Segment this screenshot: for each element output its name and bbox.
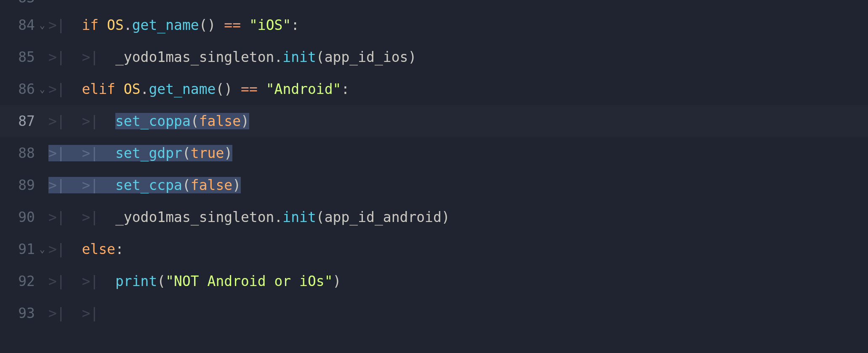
code-token: ( [157,273,165,289]
code-token [258,81,266,97]
indent-whitespace: >| [82,209,115,225]
code-content[interactable]: >| >| _yodo1mas_singleton.init(app_id_io… [48,46,416,69]
code-line[interactable]: 86⌄>| elif OS.get_name() == "Android": [0,73,868,105]
indent-whitespace: >| [82,49,115,65]
code-content[interactable]: >| >| set_gdpr(true) [48,142,232,165]
code-line[interactable]: 87>| >| set_coppa(false) [0,105,868,137]
code-line[interactable]: 85>| >| _yodo1mas_singleton.init(app_id_… [0,41,868,73]
line-number-gutter[interactable]: 83 [0,0,48,9]
line-number: 89 [18,174,35,197]
line-number-gutter[interactable]: 88 [0,142,48,165]
line-number: 93 [18,302,35,325]
code-token: "iOS" [249,17,291,33]
code-token: _yodo1mas_singleton [115,49,274,65]
line-number: 92 [18,270,35,293]
indent-whitespace: >| [48,305,82,321]
code-token: "Android" [266,81,341,97]
indent-whitespace: >| [82,113,115,129]
code-token: get_name [149,81,216,97]
code-token: true [191,145,224,161]
code-token: OS [107,17,124,33]
code-token: app_id_android [325,209,442,225]
code-token: == [224,17,241,33]
code-token: ( [182,177,191,193]
code-token: ( [191,113,199,129]
code-content[interactable]: >| elif OS.get_name() == "Android": [48,78,349,101]
code-token: . [141,81,149,97]
code-token: false [191,177,232,193]
indent-whitespace: >| [48,241,82,257]
code-line[interactable]: 90>| >| _yodo1mas_singleton.init(app_id_… [0,201,868,233]
line-number: 91 [18,238,35,261]
code-token: () [199,17,224,33]
indent-whitespace: >| [48,81,82,97]
code-token: get_name [132,17,199,33]
indent-whitespace: >| [48,209,82,225]
code-token: ) [408,49,416,65]
code-content[interactable]: >| else: [48,238,124,261]
line-number: 83 [18,0,35,9]
code-token: () [216,81,241,97]
code-token: ) [232,177,241,193]
code-token: else [82,241,115,257]
line-number-gutter[interactable]: 84⌄ [0,14,48,37]
line-number-gutter[interactable]: 93 [0,302,48,325]
fold-toggle-icon[interactable]: ⌄ [37,82,45,96]
code-token: ) [442,209,450,225]
code-token: OS [124,81,141,97]
code-content[interactable]: >| if OS.get_name() == "iOS": [48,14,299,37]
code-token: print [115,273,157,289]
code-token: : [115,241,124,257]
code-line[interactable]: 84⌄>| if OS.get_name() == "iOS": [0,9,868,41]
code-content[interactable]: >| >| print("NOT Android or iOs") [48,270,341,293]
line-number-gutter[interactable]: 86⌄ [0,78,48,101]
code-content[interactable]: >| >| set_ccpa(false) [48,174,241,197]
indent-whitespace: >| [48,177,82,193]
fold-toggle-icon[interactable]: ⌄ [37,18,45,32]
code-token [241,17,249,33]
code-token: app_id_ios [325,49,408,65]
code-token: _yodo1mas_singleton [115,209,274,225]
line-number-gutter[interactable]: 91⌄ [0,238,48,261]
code-token: set_gdpr [115,145,182,161]
code-token: set_coppa [115,113,191,129]
code-token: ) [333,273,341,289]
indent-whitespace: >| [82,273,115,289]
fold-toggle-icon[interactable]: ⌄ [37,242,45,257]
indent-whitespace: >| [48,145,82,161]
code-line[interactable]: 89>| >| set_ccpa(false) [0,169,868,201]
line-number: 90 [18,206,35,229]
code-token: "NOT Android or iOs" [165,273,333,289]
code-token: ( [316,49,325,65]
indent-whitespace: >| [82,305,115,321]
code-token: . [124,17,132,33]
code-line[interactable]: 91⌄>| else: [0,233,868,265]
indent-whitespace: >| [48,17,82,33]
code-token: ) [241,113,249,129]
code-content[interactable]: >| >| _yodo1mas_singleton.init(app_id_an… [48,206,450,229]
code-token: ( [316,209,325,225]
code-token: : [341,81,349,97]
line-number-gutter[interactable]: 92 [0,270,48,293]
line-number-gutter[interactable]: 89 [0,174,48,197]
code-token: . [274,209,282,225]
code-token: set_ccpa [115,177,182,193]
indent-whitespace: >| [82,177,115,193]
indent-whitespace: >| [48,113,82,129]
indent-whitespace: >| [48,49,82,65]
code-editor[interactable]: 8384⌄>| if OS.get_name() == "iOS":85>| >… [0,0,868,329]
code-content[interactable]: >| >| set_coppa(false) [48,110,249,133]
line-number-gutter[interactable]: 90 [0,206,48,229]
line-number-gutter[interactable]: 87 [0,110,48,133]
line-number: 86 [18,78,35,101]
code-content[interactable]: >| >| [48,302,115,325]
code-line[interactable]: 93>| >| [0,297,868,329]
code-line[interactable]: 92>| >| print("NOT Android or iOs") [0,265,868,297]
code-token: ) [224,145,232,161]
code-token: init [282,49,316,65]
code-line[interactable]: 83 [0,0,868,9]
line-number: 85 [18,46,35,69]
code-line[interactable]: 88>| >| set_gdpr(true) [0,137,868,169]
code-token: . [274,49,282,65]
line-number-gutter[interactable]: 85 [0,46,48,69]
